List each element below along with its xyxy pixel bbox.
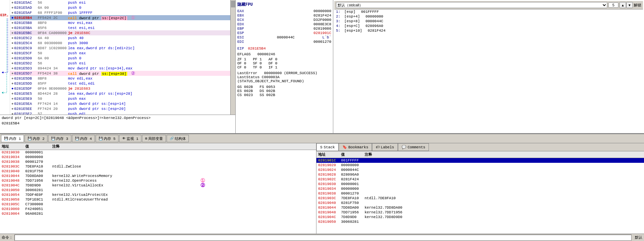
disasm-row[interactable]: ● 0281E5E5 8D4424 28 lea eax,dword ptr s… xyxy=(10,91,230,96)
disasm-row[interactable]: ● 0281E5C9 8D87 1C020000 lea eax,dword p… xyxy=(10,46,230,51)
right-bottom-panel: S Stack 🔖 Bookmarks 🏷 Labels 💬 Comments xyxy=(316,143,644,234)
stack-row-7[interactable]: 02819034 00000000 xyxy=(316,186,644,191)
disasm-row[interactable]: ● 0281E5D3 894424 34 mov dword ptr ss:[e… xyxy=(10,66,230,71)
callconv-down-btn[interactable]: ▼ xyxy=(626,2,633,8)
reg-ebp-val: 02819086 xyxy=(313,27,331,31)
stack-row-8[interactable]: 02819038 00001270 xyxy=(316,191,644,196)
disasm-row[interactable]: ● 0281E5C4 68 00300000 push 3000 xyxy=(10,40,230,46)
asm: mov edi,eax xyxy=(68,77,230,81)
disasm-row[interactable]: ● 0281E5DB 8BF8 mov edi,eax xyxy=(10,76,230,81)
seg-row1: GS 002B FS 0053 xyxy=(237,85,331,89)
disasm-panel: EIP → ● xyxy=(0,0,236,133)
disasm-row[interactable]: ● 0281E5CF 50 push eax xyxy=(10,51,230,56)
mem-row-9[interactable]: 02819050 30060281 xyxy=(0,188,316,192)
disasm-row[interactable]: ● 0281E5F2 57 push edi xyxy=(10,111,230,115)
callconv-select[interactable]: 默认（stdcall） xyxy=(336,2,607,8)
tab-bookmarks[interactable]: 🔖 Bookmarks xyxy=(339,143,372,151)
tab-labels[interactable]: 🏷 Labels xyxy=(372,143,398,151)
disasm-row[interactable]: ● 0281E5E9 50 push eax xyxy=(10,96,230,101)
disasm-row[interactable]: ● 0281E5AF 68 FFFF1F00 push 1FFFFF xyxy=(10,10,230,15)
stack-row-3[interactable]: 02819024 0000044C xyxy=(316,168,644,172)
mem-row-4[interactable]: 0281903C 7DE8FA10 ntdll.ZwClose xyxy=(0,164,316,169)
stack-row-current[interactable]: 0281901C 001FFFFF xyxy=(316,158,644,163)
tab-stack[interactable]: S Stack xyxy=(316,143,339,151)
stack-row-9[interactable]: 0281903C 7DE8FA10 ntdll.7DE8FA10 xyxy=(316,196,644,201)
scroll-thumb[interactable] xyxy=(231,1,235,7)
mem-tab-3[interactable]: 💾 内存 3 xyxy=(48,135,71,142)
mem-tab-5[interactable]: 💾 内存 5 xyxy=(96,135,118,142)
stack-row-14[interactable]: 02819050 30060281 xyxy=(316,219,644,224)
disasm-row[interactable]: ● 0281E5D0 6A 00 push 0 xyxy=(10,56,230,61)
disasm-scrollbar[interactable] xyxy=(230,0,235,115)
reg-ebx-row: EBX 0281F424 xyxy=(237,13,331,18)
mem-row-1[interactable]: 02819030 00000001 xyxy=(0,150,316,155)
seg-row2: ES 002B DS 002B xyxy=(237,89,331,93)
mem-row-10[interactable]: 02819054 7DDF4E0F kernel32.VirtualProtec… xyxy=(0,192,316,197)
disasm-row[interactable]: ● 0281E5C2 6A 40 push 40 xyxy=(10,35,230,40)
mem-tab-label-2: 内存 2 xyxy=(33,136,44,141)
mem-row-3[interactable]: 02819038 00001270 xyxy=(0,159,316,164)
mem-row-12[interactable]: 0281905C C7300000 xyxy=(0,202,316,207)
disasm-row[interactable]: ● 0281E5BC 0F84 CA000000 je 281E68C xyxy=(10,30,230,35)
addr: 0281E5F2 xyxy=(14,112,38,115)
disasm-row-call2[interactable]: ● 0281E5D7 FF5424 38 call dword ptr ss:[… xyxy=(10,71,230,76)
hex: 68 FFFF1F00 xyxy=(38,11,68,15)
stack-row-12[interactable]: 02819048 7DD71956 kernel32.7DD71956 xyxy=(316,210,644,215)
disasm-row-eip[interactable]: ● 0281E5B4 FF5424 2C call dword ptr ss:[… xyxy=(10,15,230,20)
s-addr-8: 02819038 xyxy=(318,191,341,195)
disasm-row[interactable]: ● 0281E5AC 56 push esi xyxy=(10,0,230,5)
mem-tab-2[interactable]: 💾 内存 2 xyxy=(25,135,47,142)
mem-val-6: 7DD8DA00 xyxy=(25,174,52,178)
disasm-row[interactable]: ● 0281E5AD 6A 00 push 0 xyxy=(10,5,230,10)
stack-row-13[interactable]: 0281904C 7D8D9D0 kernel32.7DD8D9D0 xyxy=(316,215,644,219)
reg-edx-row: EDX 0008E3C8 xyxy=(237,22,331,26)
eip-pointer: → xyxy=(5,13,8,19)
disasm-row[interactable]: ● 0281E5EA FF7424 14 push dword ptr ss:[… xyxy=(10,101,230,106)
mem-row-8[interactable]: 0281904C 7D8D9D0 kernel32.VirtualAllocEx… xyxy=(0,183,316,188)
stack-row-10[interactable]: 02819040 0281F750 xyxy=(316,201,644,205)
mem-row-7[interactable]: 02819048 7DD71956 kernel32.OpenProcess ① xyxy=(0,178,316,183)
stack-row-2[interactable]: 02819020 00000000 xyxy=(316,163,644,168)
command-input[interactable] xyxy=(14,235,632,241)
mem-comment-4: ntdll.ZwClose xyxy=(52,164,314,169)
tab-comments[interactable]: 💬 Comments xyxy=(398,143,429,151)
disasm-row[interactable]: ● 0281E5DD 85FF test edi,edi xyxy=(10,81,230,86)
mem-row-5[interactable]: 02819040 0281F750 xyxy=(0,169,316,174)
stack-row-11[interactable]: 02819044 7DD8DA00 kernel32.7DD8DA00 xyxy=(316,205,644,210)
mem-tab-locals[interactable]: ⊞ 局部变量 xyxy=(142,135,166,142)
s-val-14: 30060281 xyxy=(341,220,365,224)
asm: push esi xyxy=(68,1,230,5)
stack-row-5[interactable]: 0281902C 0281F424 xyxy=(316,177,644,182)
mem-row-13[interactable]: 02819060 F4240051 xyxy=(0,207,316,211)
hex: 85FF xyxy=(38,82,68,86)
disasm-row[interactable]: ● 0281E5EE FF7424 20 push dword ptr ss:[… xyxy=(10,106,230,111)
jump-arrows-svg xyxy=(2,19,9,103)
addr-eip: 0281E5B4 xyxy=(14,16,38,20)
mem-tab-struct[interactable]: 🔗 结构体 xyxy=(167,135,189,142)
mem-row-14[interactable]: 02819064 96A00281 xyxy=(0,211,316,216)
mem-tab-label-struct: 结构体 xyxy=(175,136,186,141)
addr: 0281E5C9 xyxy=(14,46,38,50)
mem-tab-watch[interactable]: 👁 监视 1 xyxy=(119,135,141,142)
mem-row-6[interactable]: 02819044 7DD8DA00 kernel32.WriteProcessM… xyxy=(0,174,316,178)
disasm-row[interactable]: ● 0281E5B8 8BF0 mov esi,eax xyxy=(10,20,230,25)
asm: push 3000 xyxy=(68,41,230,45)
stack-row-6[interactable]: 02819030 00000001 xyxy=(316,182,644,186)
registers-title: 隐藏FPU xyxy=(237,2,331,7)
disasm-row[interactable]: ● 0281E5DF 0F84 9E000000 je 281E683 xyxy=(10,86,230,91)
mem-row-11[interactable]: 02819058 7DF1E8C1 ntdll.RtlCreateUserThr… xyxy=(0,197,316,202)
callconv-up-btn[interactable]: ▲ xyxy=(619,2,626,8)
mem-row-2[interactable]: 02819034 00000000 xyxy=(0,155,316,159)
zf-label: ZF 1 xyxy=(237,57,251,61)
disasm-row[interactable]: ● 0281E5BA 85F6 test esi,esi xyxy=(10,25,230,30)
addr: 0281E5DD xyxy=(14,82,38,86)
mem-comment-6: kernel32.WriteProcessMemory xyxy=(52,174,314,178)
mem-addr-9: 02819050 xyxy=(2,188,25,192)
stack-row-4[interactable]: 02819028 028096A0 xyxy=(316,172,644,177)
mem-tab-1[interactable]: 💾 内存 1 xyxy=(1,135,24,142)
mem-tab-4[interactable]: 💾 内存 4 xyxy=(72,135,95,142)
mem-tabs-bar: 💾 内存 1 💾 内存 2 💾 内存 3 💾 内存 4 💾 内存 5 👁 监视 … xyxy=(0,134,644,143)
locals-icon: ⊞ xyxy=(145,137,147,141)
callconv-num-input[interactable] xyxy=(608,2,618,8)
disasm-row[interactable]: ● 0281E5D2 56 push esi xyxy=(10,61,230,66)
